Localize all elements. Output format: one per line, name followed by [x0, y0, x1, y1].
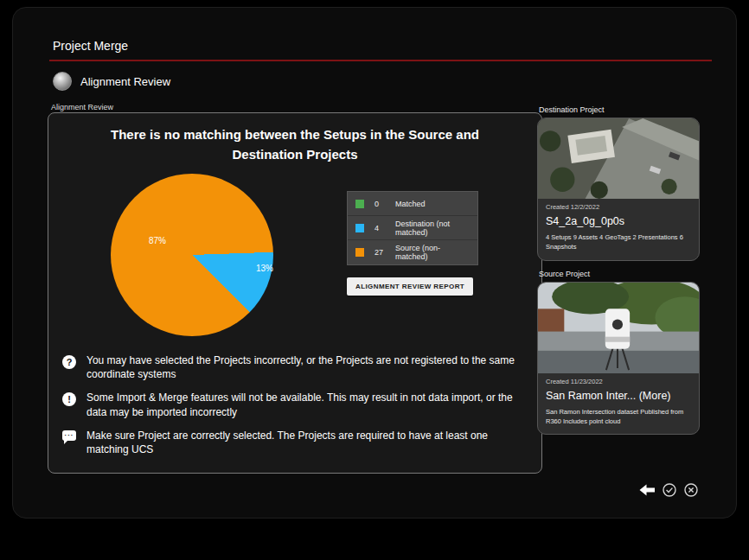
project-subtitle: San Ramon Intersection dataset Published… [546, 407, 691, 427]
project-merge-window: Project Merge Alignment Review Alignment… [12, 7, 737, 519]
project-subtitle: 4 Setups 9 Assets 4 GeoTags 2 Presentati… [546, 232, 691, 252]
scan-sphere-icon [53, 72, 72, 91]
legend-row-source: 27 Source (non-matched) [348, 240, 477, 264]
source-project-card[interactable]: Created 11/23/2022 San Ramon Inter... (M… [537, 282, 700, 436]
created-date: Created 11/23/2022 [546, 378, 691, 385]
alignment-review-report-button[interactable]: ALIGNMENT REVIEW REPORT [347, 277, 473, 296]
destination-swatch-icon [355, 224, 364, 232]
footer-toolbar [639, 483, 698, 497]
step-header: Alignment Review [53, 72, 170, 91]
panel-label: Alignment Review [51, 103, 113, 111]
note-item: ! Some Import & Merge features will not … [62, 391, 529, 418]
note-text: Some Import & Merge features will not be… [86, 391, 529, 418]
matched-swatch-icon [355, 200, 364, 208]
legend-label: Destination (not matched) [395, 220, 470, 237]
legend-count: 4 [374, 224, 395, 232]
pie-label-destination: 13% [256, 264, 273, 273]
setup-matching-pie-chart: 87% 13% [111, 174, 273, 336]
panel-heading: There is no matching between the Setups … [74, 124, 515, 165]
back-arrow-icon [639, 484, 655, 496]
check-circle-icon [663, 483, 676, 497]
card-body: Created 12/2/2022 S4_2a_0g_0p0s 4 Setups… [538, 199, 699, 260]
legend-label: Matched [395, 200, 470, 208]
alignment-review-panel: There is no matching between the Setups … [48, 112, 542, 474]
legend-label: Source (non-matched) [395, 244, 470, 261]
question-icon: ? [62, 355, 76, 369]
legend-row-matched: 0 Matched [348, 192, 477, 216]
page-title: Project Merge [53, 39, 128, 53]
note-text: Make sure Project are correctly selected… [86, 429, 529, 456]
confirm-button[interactable] [663, 483, 676, 497]
exclamation-icon: ! [62, 392, 76, 406]
project-title: S4_2a_0g_0p0s [546, 215, 691, 227]
legend-row-destination: 4 Destination (not matched) [348, 216, 477, 240]
close-circle-icon [684, 483, 698, 497]
step-title: Alignment Review [80, 75, 170, 88]
created-date: Created 12/2/2022 [546, 203, 691, 211]
back-button[interactable] [639, 484, 655, 496]
chart-legend: 0 Matched 4 Destination (not matched) 27… [347, 191, 478, 265]
cancel-button[interactable] [684, 483, 698, 497]
source-thumbnail [538, 283, 699, 373]
projects-sidebar: Destination Project Created 12/2/2022 S4… [537, 105, 700, 443]
pie-label-source: 87% [149, 236, 166, 245]
destination-project-card[interactable]: Created 12/2/2022 S4_2a_0g_0p0s 4 Setups… [537, 118, 700, 261]
note-text: You may have selected the Projects incor… [86, 353, 529, 381]
source-swatch-icon [355, 248, 364, 257]
title-divider [49, 60, 712, 61]
legend-count: 0 [374, 200, 395, 208]
destination-section-label: Destination Project [539, 105, 700, 114]
source-section-label: Source Project [539, 270, 700, 278]
comment-icon: ··· [62, 430, 76, 441]
legend-count: 27 [374, 248, 395, 257]
card-body: Created 11/23/2022 San Ramon Inter... (M… [538, 373, 699, 435]
note-item: ? You may have selected the Projects inc… [62, 353, 529, 381]
project-title: San Ramon Inter... (More) [546, 390, 691, 402]
destination-thumbnail [538, 118, 699, 199]
notes-list: ? You may have selected the Projects inc… [62, 353, 529, 466]
note-item: ··· Make sure Project are correctly sele… [62, 429, 529, 456]
